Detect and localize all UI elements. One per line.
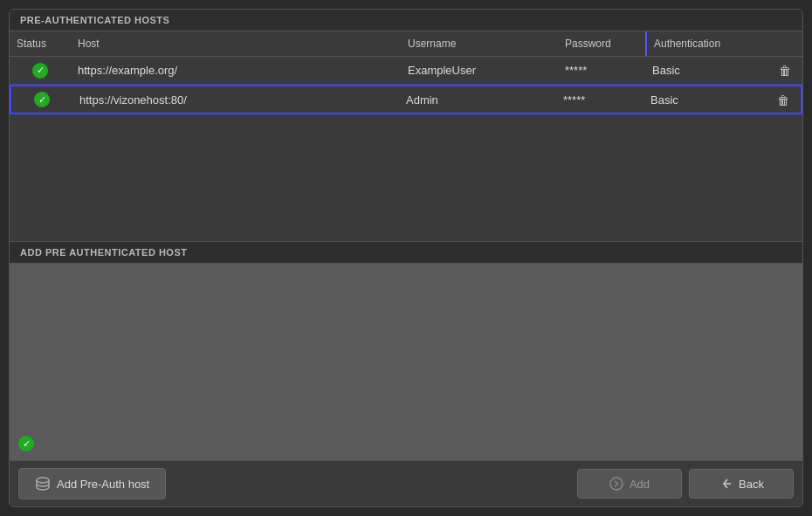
row2-password: *****	[556, 88, 643, 112]
status-ok-icon: ✓	[32, 63, 48, 79]
add-arrow-icon	[609, 477, 623, 491]
svg-point-0	[37, 478, 49, 483]
col-status: Status	[10, 31, 71, 56]
status-ok-icon: ✓	[34, 92, 50, 107]
form-ok-icon: ✓	[18, 436, 34, 451]
main-container: PRE-AUTHENTICATED HOSTS Status Host User…	[9, 9, 803, 507]
row2-authentication: Basic	[643, 88, 766, 112]
row1-username: ExampleUser	[401, 58, 558, 82]
form-area: ✓	[10, 264, 802, 460]
footer-bar: Add Pre-Auth host Add Back	[10, 460, 802, 506]
row1-delete-button[interactable]	[767, 58, 802, 83]
back-arrow-icon	[719, 477, 733, 491]
hosts-empty-area	[10, 114, 802, 241]
row1-status: ✓	[10, 58, 71, 84]
col-authentication: Authentication	[645, 31, 767, 56]
row1-password: *****	[558, 58, 645, 82]
add-pre-auth-header: ADD PRE AUTHENTICATED HOST	[10, 242, 802, 264]
table-row[interactable]: ✓ https://example.org/ ExampleUser *****…	[10, 57, 802, 85]
stack-db-icon	[35, 476, 51, 492]
hosts-table: Status Host Username Password Authentica…	[10, 31, 802, 241]
row2-delete-button[interactable]	[766, 87, 801, 113]
row1-authentication: Basic	[645, 58, 767, 82]
add-pre-auth-host-label: Add Pre-Auth host	[57, 478, 149, 491]
back-button[interactable]: Back	[689, 469, 794, 499]
col-username: Username	[401, 31, 558, 56]
pre-auth-hosts-header: PRE-AUTHENTICATED HOSTS	[10, 10, 802, 31]
form-status-icon: ✓	[18, 436, 34, 451]
table-header-row: Status Host Username Password Authentica…	[10, 31, 802, 57]
col-actions	[767, 31, 802, 56]
col-password: Password	[558, 31, 645, 56]
row2-username: Admin	[399, 88, 556, 112]
row1-host: https://example.org/	[71, 58, 401, 82]
trash-icon	[779, 63, 791, 78]
add-pre-auth-host-button[interactable]: Add Pre-Auth host	[18, 468, 166, 499]
back-label: Back	[739, 478, 764, 491]
col-host: Host	[71, 31, 401, 56]
add-pre-auth-section: ADD PRE AUTHENTICATED HOST ✓ Add Pre-Aut…	[10, 241, 802, 506]
add-label: Add	[630, 478, 650, 491]
row2-status: ✓	[11, 86, 72, 113]
svg-point-1	[610, 478, 623, 490]
trash-icon	[777, 93, 789, 107]
table-row[interactable]: ✓ https://vizonehost:80/ Admin ***** Bas…	[10, 85, 802, 114]
add-button: Add	[577, 469, 682, 499]
row2-host: https://vizonehost:80/	[72, 88, 399, 112]
pre-auth-hosts-section: PRE-AUTHENTICATED HOSTS Status Host User…	[10, 10, 802, 241]
